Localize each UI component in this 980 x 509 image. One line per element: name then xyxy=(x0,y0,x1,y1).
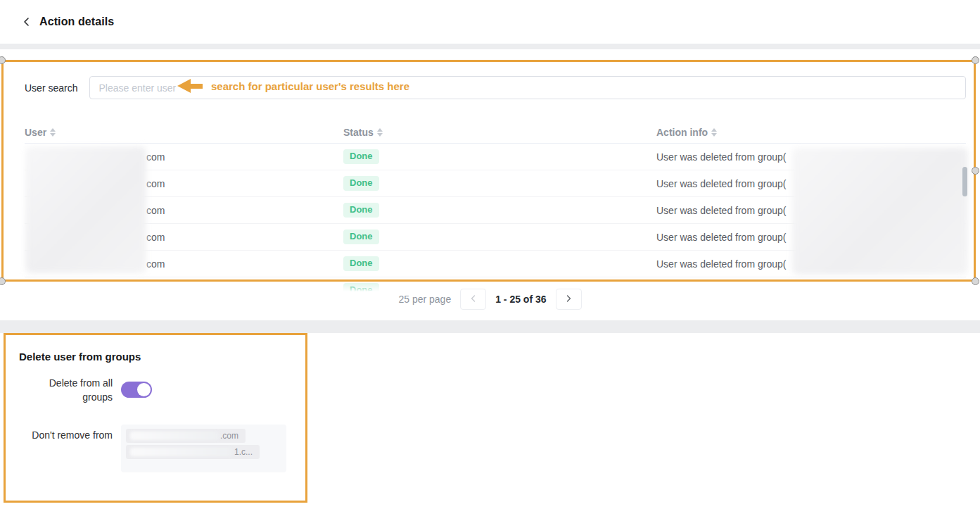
next-page-button[interactable] xyxy=(556,289,582,310)
annotation-handle xyxy=(0,56,6,64)
header-bar: Action details xyxy=(0,0,980,44)
page-title: Action details xyxy=(39,15,114,28)
annotation-box-delete-panel xyxy=(4,333,307,503)
per-page-label: 25 per page xyxy=(398,294,451,305)
arrow-left-icon xyxy=(177,79,191,93)
chevron-left-icon xyxy=(469,294,478,305)
annotation-arrow: search for particular user's results her… xyxy=(177,79,409,93)
back-button[interactable] xyxy=(21,16,32,27)
previous-page-button[interactable] xyxy=(460,289,486,310)
annotation-handle xyxy=(972,56,979,64)
annotation-handle xyxy=(972,277,979,285)
screen: Action details User search User Status A… xyxy=(0,0,980,509)
annotation-handle xyxy=(972,167,979,175)
pagination: 25 per page 1 - 25 of 36 xyxy=(0,289,980,310)
annotation-box-table xyxy=(1,60,976,282)
annotation-note-text: search for particular user's results her… xyxy=(211,80,409,92)
page-range-label: 1 - 25 of 36 xyxy=(495,294,546,305)
chevron-right-icon xyxy=(564,294,573,305)
chevron-left-icon xyxy=(21,16,32,27)
arrow-tail xyxy=(191,84,203,89)
